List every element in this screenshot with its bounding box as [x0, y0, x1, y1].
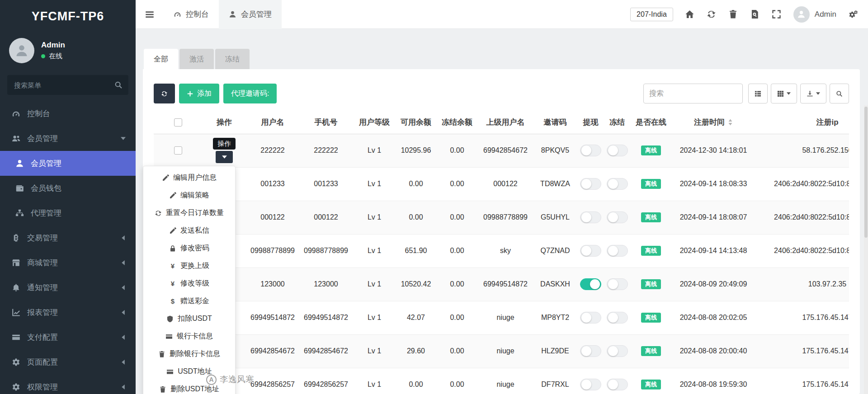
- refresh-icon: [161, 90, 168, 97]
- online-status-badge: 离线: [641, 179, 661, 189]
- content-area: 全部激活冻结 添加 代理邀请码: 操作用户名手机号用户等级可用余额冻: [136, 29, 868, 394]
- sidebar-item-permission-manage[interactable]: 权限管理: [0, 375, 136, 394]
- sidebar-item-trade-manage[interactable]: 交易管理: [0, 225, 136, 250]
- column-header[interactable]: 邀请码: [533, 111, 577, 134]
- filter-tab-1[interactable]: 激活: [179, 49, 214, 69]
- sidebar-item-console[interactable]: 控制台: [0, 101, 136, 126]
- action-menu-item[interactable]: 发送私信: [143, 222, 235, 239]
- withdraw-toggle[interactable]: [580, 245, 601, 257]
- action-menu-item-label: 重置今日订单数量: [166, 208, 224, 218]
- sidebar-item-mall-manage[interactable]: 商城管理: [0, 250, 136, 275]
- column-header[interactable]: 提现: [577, 111, 604, 134]
- nav-tab-member[interactable]: 会员管理: [219, 0, 282, 29]
- refresh-table-button[interactable]: [154, 84, 175, 103]
- freeze-toggle[interactable]: [607, 379, 628, 390]
- filter-tab-2[interactable]: 冻结: [215, 49, 250, 69]
- vertical-scrollbar[interactable]: [864, 105, 868, 394]
- toggle-knob: [581, 145, 591, 155]
- action-menu-item[interactable]: $赠送彩金: [143, 292, 235, 310]
- table-search-input[interactable]: [643, 84, 743, 103]
- toggle-knob: [581, 313, 591, 323]
- sidebar-item-member-manage[interactable]: 会员管理: [0, 151, 136, 176]
- withdraw-toggle[interactable]: [580, 278, 601, 290]
- log-search-button[interactable]: [750, 9, 760, 19]
- refresh-button[interactable]: [707, 9, 717, 19]
- freeze-toggle[interactable]: [607, 178, 628, 190]
- action-menu-item[interactable]: 删除银行卡信息: [143, 345, 235, 363]
- freeze-toggle[interactable]: [607, 278, 628, 290]
- column-header[interactable]: 注册ip: [755, 111, 849, 134]
- caretleft-icon: [121, 360, 126, 365]
- search-button[interactable]: [830, 84, 849, 103]
- column-header[interactable]: 注册时间: [672, 111, 755, 134]
- column-header[interactable]: 是否在线: [630, 111, 672, 134]
- action-menu-item[interactable]: ¥修改等级: [143, 275, 235, 292]
- users-icon: [12, 134, 20, 143]
- online-status-badge: 离线: [641, 212, 661, 222]
- sidebar-item-report-manage[interactable]: 报表管理: [0, 300, 136, 325]
- clear-cache-button[interactable]: [728, 9, 738, 19]
- settings-button[interactable]: [848, 9, 858, 19]
- freeze-toggle[interactable]: [607, 345, 628, 357]
- plus-icon: [187, 90, 193, 97]
- menu-search-input[interactable]: [7, 75, 128, 95]
- store-icon: [12, 258, 20, 267]
- action-menu-item[interactable]: 重置今日订单数量: [143, 204, 235, 222]
- columns-button[interactable]: [771, 84, 797, 103]
- action-menu-item[interactable]: 扣除USDT: [143, 310, 235, 328]
- scrollbar-thumb[interactable]: [864, 107, 868, 238]
- withdraw-toggle[interactable]: [580, 145, 601, 156]
- column-header[interactable]: 操作: [202, 111, 246, 134]
- withdraw-toggle[interactable]: [580, 345, 601, 357]
- column-header[interactable]: 冻结余额: [436, 111, 478, 134]
- freeze-toggle[interactable]: [607, 211, 628, 223]
- column-header[interactable]: 手机号: [299, 111, 353, 134]
- cell-phone: 69942854672: [299, 334, 353, 368]
- sidebar-item-page-config[interactable]: 页面配置: [0, 350, 136, 375]
- cell-reg-time: 2024-08-09 20:49:09: [672, 267, 755, 301]
- column-header[interactable]: 用户名: [246, 111, 299, 134]
- list-view-button[interactable]: [748, 84, 768, 103]
- toggle-knob: [581, 246, 591, 256]
- cell-freeze: [604, 334, 630, 368]
- column-header[interactable]: 用户等级: [353, 111, 396, 134]
- action-menu-item[interactable]: 编辑策略: [143, 187, 235, 204]
- region-label[interactable]: 207-India: [630, 8, 673, 21]
- withdraw-toggle[interactable]: [580, 379, 601, 390]
- withdraw-toggle[interactable]: [580, 178, 601, 190]
- freeze-toggle[interactable]: [607, 245, 628, 257]
- sidebar-item-agent-manage[interactable]: 代理管理: [0, 201, 136, 225]
- action-menu-item[interactable]: 银行卡信息: [143, 328, 235, 345]
- cell-reg-time: 2024-08-08 20:00:40: [672, 334, 755, 368]
- sidebar-item-pay-config[interactable]: 支付配置: [0, 325, 136, 350]
- withdraw-toggle[interactable]: [580, 312, 601, 324]
- action-menu-item[interactable]: 修改密码: [143, 239, 235, 257]
- column-header[interactable]: 可用余额: [396, 111, 436, 134]
- user-menu[interactable]: Admin: [793, 6, 836, 23]
- agent-invite-code-button[interactable]: 代理邀请码:: [223, 84, 277, 103]
- sidebar-item-member-wallet[interactable]: 会员钱包: [0, 176, 136, 201]
- add-button[interactable]: 添加: [179, 84, 219, 103]
- online-status-badge: 离线: [641, 145, 661, 155]
- column-header[interactable]: 上级用户名: [478, 111, 533, 134]
- action-menu-item[interactable]: 编辑用户信息: [143, 169, 235, 187]
- action-menu-item[interactable]: ¥更换上级: [143, 257, 235, 275]
- filter-tab-0[interactable]: 全部: [144, 49, 178, 69]
- column-header[interactable]: 冻结: [604, 111, 630, 134]
- freeze-toggle[interactable]: [607, 312, 628, 324]
- freeze-toggle[interactable]: [607, 145, 628, 156]
- sidebar-item-notice-manage[interactable]: 通知管理: [0, 275, 136, 300]
- row-actions-button[interactable]: [216, 151, 233, 163]
- withdraw-toggle[interactable]: [580, 211, 601, 223]
- card-icon: [165, 333, 173, 340]
- export-button[interactable]: [800, 84, 826, 103]
- sidebar-toggle-button[interactable]: [136, 0, 164, 29]
- sidebar-item-member-group[interactable]: 会员管理: [0, 126, 136, 151]
- row-checkbox[interactable]: [174, 146, 182, 155]
- actions-wrap: 操作: [204, 138, 245, 163]
- nav-tab-console[interactable]: 控制台: [164, 0, 219, 29]
- home-button[interactable]: [685, 9, 695, 19]
- select-all-checkbox[interactable]: [174, 118, 182, 127]
- fullscreen-button[interactable]: [772, 9, 782, 19]
- cell-level: Lv 1: [353, 234, 396, 267]
